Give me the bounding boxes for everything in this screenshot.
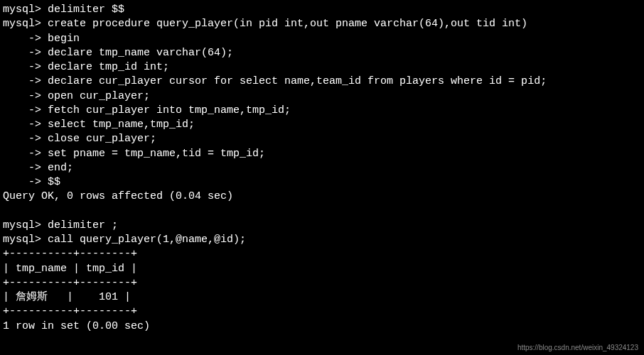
command-text: fetch cur_player into tmp_name,tmp_id; — [48, 104, 291, 116]
terminal-line[interactable]: -> declare tmp_name varchar(64); — [3, 46, 644, 60]
terminal-line[interactable]: -> select tmp_name,tmp_id; — [3, 118, 644, 132]
table-border: +----------+--------+ — [3, 305, 644, 319]
terminal-line[interactable]: -> fetch cur_player into tmp_name,tmp_id… — [3, 104, 644, 118]
command-text: call query_player(1,@name,@id); — [48, 234, 246, 246]
terminal-line[interactable]: -> declare cur_player cursor for select … — [3, 75, 644, 89]
table-header: | tmp_name | tmp_id | — [3, 262, 644, 276]
command-text: select tmp_name,tmp_id; — [48, 119, 195, 131]
command-text: open cur_player; — [48, 90, 150, 102]
terminal-line[interactable]: mysql> delimiter $$ — [3, 3, 644, 17]
cont-prompt: -> — [3, 148, 48, 160]
prompt: mysql> — [3, 4, 48, 16]
cont-prompt: -> — [3, 162, 48, 174]
command-text: declare tmp_id int; — [48, 61, 169, 73]
prompt: mysql> — [3, 234, 48, 246]
terminal-line[interactable]: -> end; — [3, 161, 644, 175]
table-border: +----------+--------+ — [3, 247, 644, 261]
command-text: end; — [48, 162, 73, 174]
command-text: $$ — [48, 176, 60, 188]
command-text: create procedure query_player(in pid int… — [48, 18, 527, 30]
cont-prompt: -> — [3, 90, 48, 102]
cont-prompt: -> — [3, 133, 48, 145]
table-row: | 詹姆斯 | 101 | — [3, 290, 644, 305]
terminal-line[interactable]: mysql> call query_player(1,@name,@id); — [3, 233, 644, 247]
cont-prompt: -> — [3, 47, 48, 59]
terminal-line[interactable]: mysql> create procedure query_player(in … — [3, 17, 644, 31]
cont-prompt: -> — [3, 75, 48, 87]
prompt: mysql> — [3, 219, 48, 231]
row-count: 1 row in set (0.00 sec) — [3, 320, 644, 334]
cont-prompt: -> — [3, 33, 48, 45]
terminal-line[interactable]: mysql> delimiter ; — [3, 219, 644, 233]
terminal-line[interactable]: -> open cur_player; — [3, 89, 644, 104]
query-ok: Query OK, 0 rows affected (0.04 sec) — [3, 190, 233, 202]
watermark: https://blog.csdn.net/weixin_49324123 — [517, 343, 638, 353]
command-text: declare tmp_name varchar(64); — [48, 47, 233, 59]
command-text: declare cur_player cursor for select nam… — [48, 75, 547, 87]
command-text: delimiter $$ — [48, 4, 124, 16]
command-text: close cur_player; — [48, 133, 156, 145]
table-border: +----------+--------+ — [3, 276, 644, 290]
blank-line — [3, 204, 644, 219]
terminal-line[interactable]: -> close cur_player; — [3, 132, 644, 146]
terminal-line[interactable]: -> set pname = tmp_name,tid = tmp_id; — [3, 147, 644, 161]
cont-prompt: -> — [3, 104, 48, 116]
command-text: delimiter ; — [48, 219, 118, 231]
prompt: mysql> — [3, 18, 48, 30]
terminal-line[interactable]: -> $$ — [3, 175, 644, 190]
cont-prompt: -> — [3, 176, 48, 188]
command-text: set pname = tmp_name,tid = tmp_id; — [48, 148, 265, 160]
terminal-line[interactable]: -> declare tmp_id int; — [3, 60, 644, 75]
cont-prompt: -> — [3, 61, 48, 73]
terminal-line[interactable]: -> begin — [3, 32, 644, 46]
command-text: begin — [48, 33, 80, 45]
cont-prompt: -> — [3, 119, 48, 131]
result-line: Query OK, 0 rows affected (0.04 sec) — [3, 190, 644, 204]
